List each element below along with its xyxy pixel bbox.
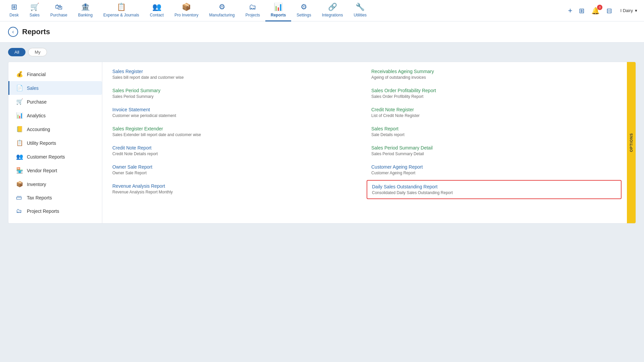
report-sales-report-desc: Sale Details report xyxy=(371,132,617,137)
report-sales-order-profitability-desc: Sales Order Profibility Report xyxy=(371,94,617,99)
nav-utilities[interactable]: 🔧 Utilities xyxy=(348,0,372,21)
report-customer-ageing-report[interactable]: Customer Ageing Report Customer Ageing R… xyxy=(371,164,617,175)
back-icon: ‹ xyxy=(12,29,14,35)
report-credit-note-report-name: Credit Note Report xyxy=(112,145,358,150)
report-sales-register-extender[interactable]: Sales Register Extender Sales Extender b… xyxy=(112,126,358,137)
report-daily-sales-outstanding[interactable]: Daily Sales Outstanding Report Consolida… xyxy=(367,180,622,199)
contact-icon: 👥 xyxy=(152,3,161,11)
report-sales-period-summary[interactable]: Sales Period Summary Sales Period Summar… xyxy=(112,88,358,99)
sidebar-inventory-label: Inventory xyxy=(27,182,46,187)
report-sales-order-profitability[interactable]: Sales Order Profitability Report Sales O… xyxy=(371,88,617,99)
nav-reports-label: Reports xyxy=(271,13,286,17)
report-sales-report-name: Sales Report xyxy=(371,126,617,131)
report-revenue-analysis-desc: Revenue Analysis Report Monthly xyxy=(112,190,358,194)
analytics-icon: 📊 xyxy=(16,112,23,119)
nav-contact-label: Contact xyxy=(150,13,164,17)
manufacturing-icon: ⚙ xyxy=(219,3,225,11)
project-icon: 🗂 xyxy=(16,208,23,215)
sidebar-item-sales[interactable]: 📄 Sales xyxy=(8,81,102,95)
report-sales-register-desc: Sales bill report date and customer wise xyxy=(112,75,358,80)
banking-icon: 🏦 xyxy=(81,3,90,11)
nav-purchase[interactable]: 🛍 Purchase xyxy=(45,0,73,21)
nav-integrations[interactable]: 🔗 Integrations xyxy=(317,0,348,21)
report-sales-register-extender-desc: Sales Extender bill report date and cust… xyxy=(112,132,358,137)
report-sales-report[interactable]: Sales Report Sale Details report xyxy=(371,126,617,137)
sidebar-item-accounting[interactable]: 📒 Accounting xyxy=(8,122,102,136)
report-invoice-statement-desc: Customer wise periodical statement xyxy=(112,113,358,118)
nav-manufacturing[interactable]: ⚙ Manufacturing xyxy=(204,0,240,21)
nav-contact[interactable]: 👥 Contact xyxy=(145,0,169,21)
report-daily-sales-outstanding-name: Daily Sales Outstanding Report xyxy=(372,184,616,189)
options-label: OPTIONS xyxy=(629,133,633,152)
sidebar-utility-label: Utility Reports xyxy=(27,140,56,146)
sidebar: 💰 Financial 📄 Sales 🛒 Purchase 📊 Analyti… xyxy=(8,62,102,223)
add-button[interactable]: + xyxy=(567,5,574,16)
topnav-right: + ⊞ 🔔 0 ⊟ I Dairy ▾ xyxy=(567,5,640,16)
back-button[interactable]: ‹ xyxy=(8,27,18,37)
sidebar-item-utility[interactable]: 📋 Utility Reports xyxy=(8,136,102,150)
main-content: 💰 Financial 📄 Sales 🛒 Purchase 📊 Analyti… xyxy=(8,62,636,224)
report-credit-note-register-desc: List of Credit Note Register xyxy=(371,113,617,118)
integrations-icon: 🔗 xyxy=(328,3,337,11)
settings-icon: ⚙ xyxy=(301,3,307,11)
report-sales-register[interactable]: Sales Register Sales bill report date an… xyxy=(112,69,358,80)
report-credit-note-report-desc: Credit Note Details report xyxy=(112,152,358,156)
sidebar-item-inventory[interactable]: 📦 Inventory xyxy=(8,177,102,191)
report-customer-ageing-name: Customer Ageing Report xyxy=(371,164,617,170)
inventory-icon: 📦 xyxy=(16,181,23,188)
user-menu[interactable]: I Dairy ▾ xyxy=(618,7,640,14)
reports-icon: 📊 xyxy=(274,3,283,11)
desk-icon: ⊞ xyxy=(11,3,17,11)
notification-button[interactable]: 🔔 0 xyxy=(590,5,601,16)
filter-tabs: All My xyxy=(0,43,644,62)
filter-all[interactable]: All xyxy=(8,48,25,56)
left-reports-column: Sales Register Sales bill report date an… xyxy=(112,69,358,217)
sidebar-item-purchase[interactable]: 🛒 Purchase xyxy=(8,95,102,109)
apps-button[interactable]: ⊟ xyxy=(605,5,613,16)
topnav: ⊞ Desk 🛒 Sales 🛍 Purchase 🏦 Banking 📋 Ex… xyxy=(0,0,644,21)
expense-icon: 📋 xyxy=(117,3,126,11)
sidebar-item-financial[interactable]: 💰 Financial xyxy=(8,67,102,81)
nav-desk-label: Desk xyxy=(9,13,18,17)
nav-settings[interactable]: ⚙ Settings xyxy=(291,0,316,21)
nav-sales-label: Sales xyxy=(30,13,40,17)
nav-expense[interactable]: 📋 Expense & Journals xyxy=(98,0,145,21)
options-panel[interactable]: OPTIONS xyxy=(627,62,636,223)
sidebar-customer-label: Customer Reports xyxy=(27,154,65,160)
nav-proinventory[interactable]: 📦 Pro Inventory xyxy=(169,0,204,21)
sidebar-tax-label: Tax Reports xyxy=(27,195,52,200)
report-customer-ageing-desc: Customer Ageing Report xyxy=(371,171,617,175)
grid-view-button[interactable]: ⊞ xyxy=(578,5,586,16)
nav-desk[interactable]: ⊞ Desk xyxy=(4,0,24,21)
sidebar-purchase-label: Purchase xyxy=(27,99,47,105)
report-sales-register-name: Sales Register xyxy=(112,69,358,74)
sidebar-item-analytics[interactable]: 📊 Analytics xyxy=(8,109,102,122)
nav-banking[interactable]: 🏦 Banking xyxy=(73,0,98,21)
right-reports-column: Receivables Ageing Summary Ageing of out… xyxy=(371,69,617,217)
report-owner-sale-report[interactable]: Owner Sale Report Owner Sale Report xyxy=(112,164,358,175)
sidebar-item-customer[interactable]: 👥 Customer Reports xyxy=(8,150,102,164)
sidebar-item-project[interactable]: 🗂 Project Reports xyxy=(8,204,102,218)
report-receivables-ageing-summary[interactable]: Receivables Ageing Summary Ageing of out… xyxy=(371,69,617,80)
report-receivables-ageing-name: Receivables Ageing Summary xyxy=(371,69,617,74)
report-credit-note-register[interactable]: Credit Note Register List of Credit Note… xyxy=(371,107,617,118)
notification-badge: 0 xyxy=(597,5,602,10)
nav-reports[interactable]: 📊 Reports xyxy=(265,0,291,21)
nav-projects[interactable]: 🗂 Projects xyxy=(240,0,265,21)
nav-purchase-label: Purchase xyxy=(50,13,67,17)
report-sales-period-summary-name: Sales Period Summary xyxy=(112,88,358,93)
sidebar-vendor-label: Vendor Report xyxy=(27,168,57,173)
report-sales-period-summary-detail[interactable]: Sales Period Summary Detail Sales Period… xyxy=(371,145,617,156)
page-header: ‹ Reports xyxy=(0,21,644,43)
filter-my[interactable]: My xyxy=(28,48,47,56)
nav-projects-label: Projects xyxy=(246,13,260,17)
nav-sales[interactable]: 🛒 Sales xyxy=(24,0,45,21)
report-revenue-analysis-report[interactable]: Revenue Analysis Report Revenue Analysis… xyxy=(112,183,358,194)
report-credit-note-report[interactable]: Credit Note Report Credit Note Details r… xyxy=(112,145,358,156)
report-invoice-statement[interactable]: Invoice Statement Customer wise periodic… xyxy=(112,107,358,118)
sidebar-item-vendor[interactable]: 🏪 Vendor Report xyxy=(8,164,102,177)
purchase-nav-icon: 🛍 xyxy=(55,3,62,11)
sidebar-item-tax[interactable]: 🗃 Tax Reports xyxy=(8,191,102,204)
projects-icon: 🗂 xyxy=(249,3,256,11)
report-owner-sale-report-name: Owner Sale Report xyxy=(112,164,358,170)
